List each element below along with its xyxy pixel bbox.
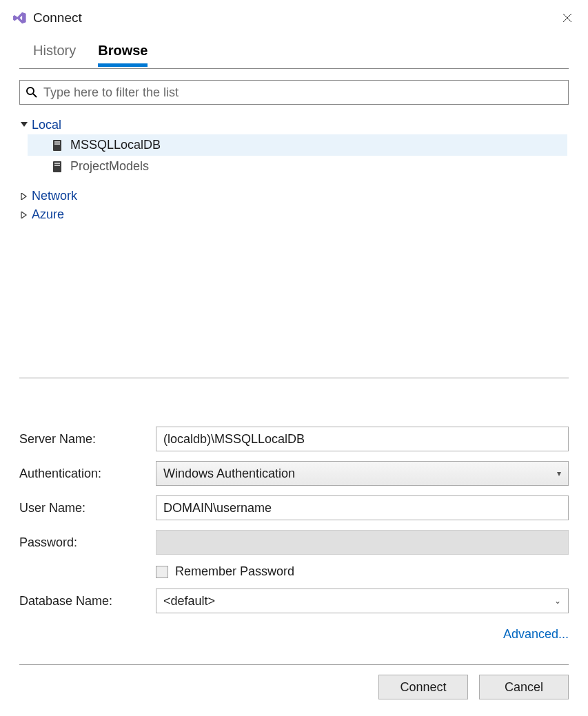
tree-group-azure[interactable]: Azure (19, 205, 569, 224)
divider-tabs (19, 68, 569, 69)
row-database-name: Database Name: <default> ⌄ (19, 589, 569, 613)
row-authentication: Authentication: Windows Authentication ▾ (19, 461, 569, 486)
tree-group-network[interactable]: Network (19, 187, 569, 205)
tab-bar: History Browse (0, 37, 588, 65)
row-remember-password: Remember Password (19, 564, 569, 579)
tree-group-label: Azure (32, 207, 64, 222)
svg-marker-4 (21, 122, 28, 127)
password-input (156, 530, 569, 555)
filter-row (19, 80, 569, 105)
row-password: Password: (19, 530, 569, 555)
label-authentication: Authentication: (19, 467, 156, 481)
remember-password-label: Remember Password (175, 564, 294, 579)
window-title: Connect (33, 10, 558, 25)
label-server-name: Server Name: (19, 432, 156, 447)
tree-group-label: Local (32, 118, 61, 132)
close-icon (562, 13, 572, 23)
label-database-name: Database Name: (19, 594, 156, 608)
svg-line-3 (33, 94, 37, 97)
svg-rect-6 (54, 141, 60, 143)
tab-history[interactable]: History (33, 37, 76, 65)
search-icon (24, 85, 39, 100)
chevron-down-icon: ▾ (557, 469, 561, 478)
tree-item-mssqllocaldb[interactable]: MSSQLLocalDB (28, 134, 567, 156)
chevron-right-icon (21, 212, 32, 218)
tree-group-local[interactable]: Local (19, 116, 569, 134)
database-name-value: <default> (163, 594, 215, 608)
advanced-row: Advanced... (19, 627, 569, 642)
vs-logo-icon (11, 10, 28, 26)
tree-item-projectmodels[interactable]: ProjectModels (28, 156, 567, 177)
chevron-down-icon (21, 122, 32, 129)
user-name-input[interactable] (156, 495, 569, 520)
tree-item-label: MSSQLLocalDB (70, 138, 161, 152)
svg-point-2 (27, 88, 34, 94)
row-server-name: Server Name: (19, 427, 569, 451)
chevron-down-icon: ⌄ (554, 596, 561, 606)
advanced-link[interactable]: Advanced... (503, 627, 569, 642)
server-icon (51, 139, 63, 152)
footer-buttons: Connect Cancel (19, 665, 569, 699)
authentication-select[interactable]: Windows Authentication ▾ (156, 461, 569, 486)
tab-browse[interactable]: Browse (98, 37, 148, 65)
svg-marker-12 (21, 212, 26, 218)
label-user-name: User Name: (19, 501, 156, 515)
svg-rect-10 (54, 165, 60, 166)
close-button[interactable] (558, 8, 577, 28)
svg-rect-9 (54, 163, 60, 164)
svg-rect-7 (54, 143, 60, 145)
connect-button[interactable]: Connect (378, 675, 468, 699)
connection-form: Server Name: Authentication: Windows Aut… (19, 427, 569, 623)
filter-input[interactable] (43, 85, 564, 100)
cancel-button[interactable]: Cancel (479, 675, 569, 699)
server-icon (51, 160, 63, 174)
tree-group-label: Network (32, 189, 77, 203)
server-name-input[interactable] (156, 427, 569, 451)
label-password: Password: (19, 535, 156, 550)
svg-marker-11 (21, 193, 26, 200)
chevron-right-icon (21, 193, 32, 200)
connection-tree: Local MSSQLLocalDB ProjectModels (19, 116, 569, 375)
titlebar: Connect (0, 0, 588, 33)
row-user-name: User Name: (19, 495, 569, 520)
remember-password-checkbox[interactable] (156, 566, 168, 578)
connect-dialog: Connect History Browse (0, 0, 588, 716)
authentication-value: Windows Authentication (163, 467, 295, 481)
database-name-select[interactable]: <default> ⌄ (156, 589, 569, 613)
tree-item-label: ProjectModels (70, 159, 149, 174)
filter-box[interactable] (19, 80, 569, 105)
